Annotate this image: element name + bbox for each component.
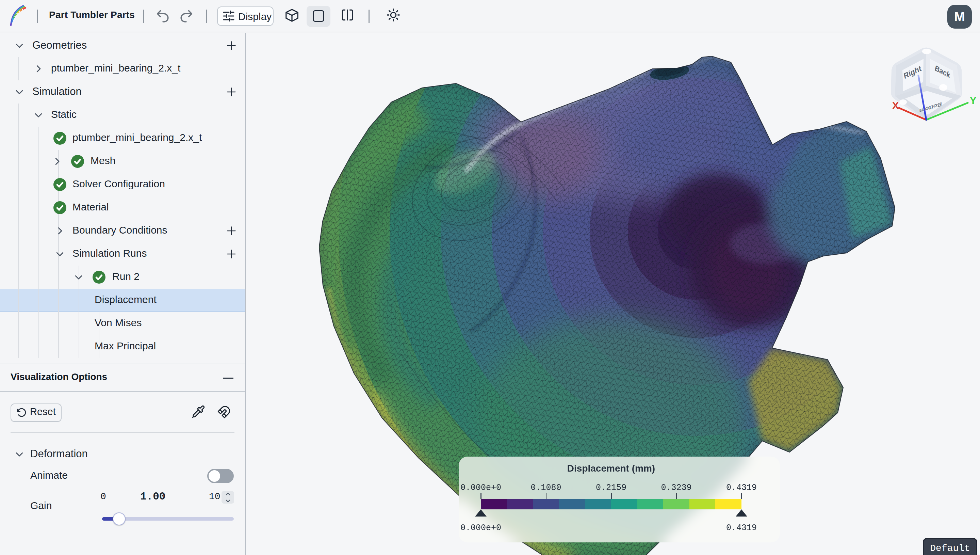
svg-text:X: X <box>892 100 899 111</box>
svg-text:Y: Y <box>970 95 976 106</box>
